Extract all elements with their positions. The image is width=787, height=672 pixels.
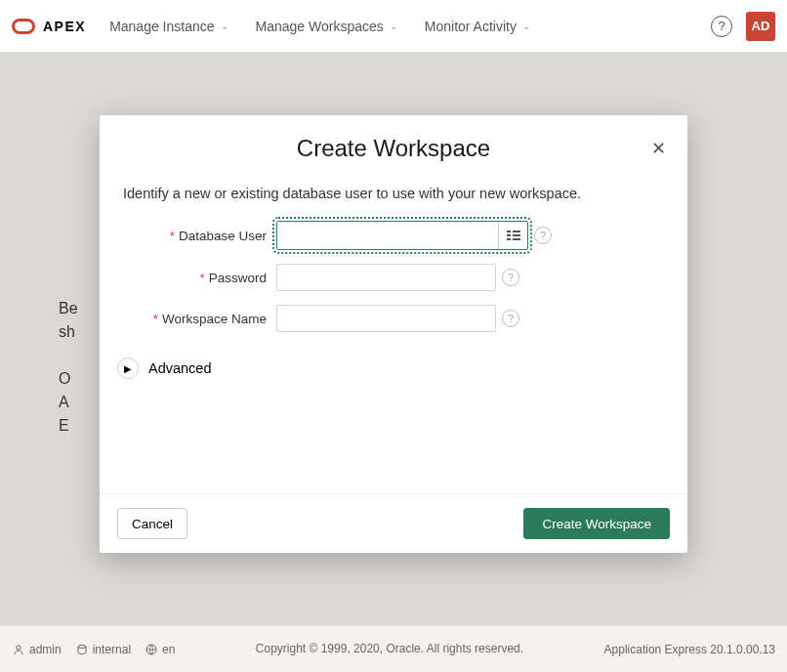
footer-workspace[interactable]: internal [75, 643, 131, 656]
chevron-down-icon: ⌄ [522, 21, 530, 31]
label-password: *Password [123, 271, 276, 285]
advanced-section[interactable]: ▶ Advanced [100, 346, 687, 391]
footer-version: Application Express 20.1.0.00.13 [604, 643, 775, 656]
nav-label: Monitor Activity [425, 19, 517, 34]
nav-manage-instance[interactable]: Manage Instance ⌄ [109, 19, 228, 34]
label-workspace-name: *Workspace Name [123, 312, 276, 326]
modal-instruction: Identify a new or existing database user… [100, 170, 687, 221]
modal-footer: Cancel Create Workspace [100, 493, 687, 553]
expand-icon[interactable]: ▶ [117, 357, 139, 379]
svg-rect-5 [513, 238, 520, 240]
field-database-user: *Database User ? [100, 221, 687, 250]
nav-monitor-activity[interactable]: Monitor Activity ⌄ [425, 19, 530, 34]
brand-text: APEX [43, 19, 86, 34]
modal-title: Create Workspace [123, 135, 664, 162]
field-workspace-name: *Workspace Name ? [100, 305, 687, 332]
svg-rect-4 [507, 238, 511, 240]
footer-copyright: Copyright © 1999, 2020, Oracle. All righ… [175, 642, 603, 657]
close-icon[interactable]: ✕ [646, 137, 670, 160]
footer-left: admin internal en [12, 643, 175, 656]
nav-manage-workspaces[interactable]: Manage Workspaces ⌄ [256, 19, 397, 34]
required-icon: * [199, 271, 204, 285]
advanced-label: Advanced [148, 360, 212, 376]
required-icon: * [153, 312, 158, 326]
user-icon [12, 643, 25, 656]
chevron-down-icon: ⌄ [221, 21, 228, 31]
user-avatar[interactable]: AD [746, 12, 775, 41]
svg-point-6 [17, 645, 21, 649]
brand-logo[interactable]: APEX [12, 19, 86, 34]
create-workspace-button[interactable]: Create Workspace [523, 508, 670, 539]
header-actions: ? AD [711, 12, 775, 41]
globe-icon [145, 643, 158, 656]
create-workspace-modal: Create Workspace ✕ Identify a new or exi… [100, 115, 687, 553]
svg-rect-1 [513, 231, 520, 232]
nav-label: Manage Workspaces [256, 19, 384, 34]
help-icon[interactable]: ? [502, 269, 519, 286]
nav-label: Manage Instance [109, 19, 214, 34]
svg-rect-3 [513, 234, 520, 236]
footer-language[interactable]: en [145, 643, 175, 656]
cancel-button[interactable]: Cancel [117, 508, 187, 539]
page-footer: admin internal en Copyright © 1999, 2020… [0, 625, 787, 672]
help-icon[interactable]: ? [502, 310, 519, 327]
password-input[interactable] [276, 264, 496, 291]
database-icon [75, 643, 89, 656]
list-picker-icon[interactable] [498, 222, 527, 249]
field-password: *Password ? [100, 264, 687, 291]
workspace-name-input[interactable] [276, 305, 496, 332]
app-header: APEX Manage Instance ⌄ Manage Workspaces… [0, 0, 787, 53]
footer-user[interactable]: admin [12, 643, 62, 656]
database-user-combobox[interactable] [276, 221, 528, 250]
svg-rect-2 [507, 234, 511, 236]
main-nav: Manage Instance ⌄ Manage Workspaces ⌄ Mo… [109, 19, 711, 34]
required-icon: * [170, 229, 175, 243]
modal-header: Create Workspace ✕ [100, 115, 687, 170]
oracle-logo-icon [12, 19, 35, 34]
help-icon[interactable]: ? [711, 16, 732, 37]
help-icon[interactable]: ? [534, 227, 552, 244]
database-user-input[interactable] [277, 222, 498, 249]
chevron-down-icon: ⌄ [390, 21, 397, 31]
svg-point-7 [78, 645, 86, 648]
svg-rect-0 [507, 231, 511, 232]
label-database-user: *Database User [123, 229, 276, 243]
